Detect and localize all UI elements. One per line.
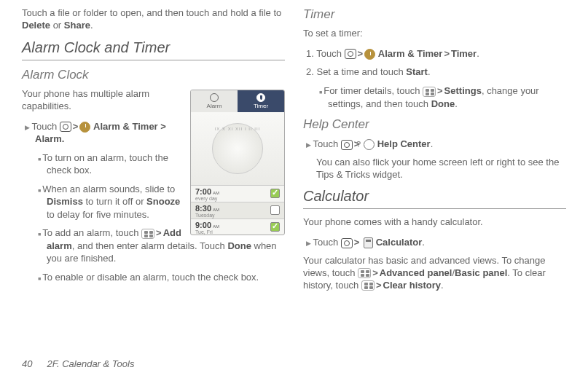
alarm-row: 9:00AMTue, Fri [191, 218, 284, 235]
checkbox-icon [270, 189, 280, 198]
basic-panel-label: Basic panel [455, 267, 507, 278]
t: Set a time and touch [314, 66, 406, 77]
checkbox-icon [270, 205, 280, 215]
menu-icon [358, 268, 371, 278]
t: Timer [254, 103, 268, 109]
section-label: 2F. Calendar & Tools [47, 358, 134, 369]
gt-icon: > [372, 267, 378, 278]
t: 8:30 [195, 204, 211, 213]
heading-help-center: Help Center [303, 117, 566, 132]
bullet: To enable or disable an alarm, touch the… [47, 271, 285, 284]
t: Alarm [207, 103, 222, 109]
share-label: Share [64, 20, 90, 31]
calc-desc: Your phone comes with a handy calculator… [303, 216, 566, 229]
heading-calculator: Calculator [303, 188, 566, 205]
alarm-list: 7:00AMevery day 8:30AMTuesday 9:00AMTue,… [191, 185, 284, 235]
gt-icon: > [358, 48, 364, 59]
launcher-icon [341, 140, 353, 150]
clear-history-label: Clear history [383, 280, 441, 291]
t: . [455, 98, 458, 109]
t: Touch a file or folder to open, and then… [22, 7, 281, 18]
nav-step: Touch > Help Center. [316, 138, 566, 151]
advanced-panel-label: Advanced panel [380, 267, 452, 278]
t: AM [213, 208, 219, 212]
clockface [212, 123, 263, 174]
t: AM [213, 191, 219, 195]
alarm-tab-icon [210, 93, 219, 102]
gt-icon: > [444, 48, 450, 59]
checkbox-icon [270, 222, 280, 232]
t: 1. [306, 48, 314, 59]
t: . [428, 66, 431, 77]
gt-icon: > [437, 85, 443, 96]
launcher-icon [345, 49, 356, 59]
t: every day [195, 196, 270, 201]
heading-alarm-timer: Alarm Clock and Timer [22, 39, 285, 56]
rule [303, 208, 566, 209]
gt-icon: > [156, 227, 162, 238]
help-icon [364, 139, 375, 150]
t: To add an alarm, touch [42, 227, 141, 238]
page-number: 40 [22, 358, 32, 369]
t: 2. [306, 66, 314, 77]
bullet: For timer details, touch >Settings, chan… [328, 84, 566, 110]
page-footer: 402F. Calendar & Tools [22, 358, 134, 369]
timer-intro: To set a timer: [303, 28, 566, 40]
t: When an alarm sounds, slide to [42, 184, 175, 194]
heading-alarm-clock: Alarm Clock [22, 68, 285, 82]
t: . [477, 48, 479, 59]
done-label: Done [227, 240, 251, 251]
t: Tuesday [195, 213, 270, 218]
t: Touch [32, 121, 60, 132]
dismiss-label: Dismiss [47, 196, 83, 207]
done-label: Done [431, 98, 455, 109]
t: AM [213, 224, 219, 229]
t: or [50, 20, 64, 31]
timer-label: Timer [451, 48, 477, 59]
t: . [441, 280, 444, 291]
snooze-label: Snooze [146, 196, 180, 207]
step-2: 2. Set a time and touch Start. [316, 66, 566, 79]
t: For timer details, touch [324, 85, 423, 96]
calculator-icon [364, 237, 373, 248]
delete-label: Delete [22, 20, 50, 31]
launcher-icon [341, 238, 353, 248]
t: to turn it off or [83, 196, 146, 207]
t: 7:00 [195, 187, 211, 196]
menu-icon [141, 229, 154, 239]
t: Touch [314, 48, 345, 59]
phone-figure: Alarm Timer 7:00AMevery day 8:30AMTuesda… [190, 90, 285, 239]
phone-tab-timer: Timer [238, 90, 284, 112]
t: . [90, 20, 93, 31]
t: Touch [313, 138, 341, 149]
menu-icon [423, 87, 436, 97]
nav-step: Touch > Calculator. [316, 236, 566, 249]
clockface-area [191, 112, 284, 185]
rule [22, 60, 285, 60]
settings-label: Settings [444, 85, 482, 96]
t: . [422, 237, 425, 248]
t: , and then enter alarm details. Touch [72, 240, 228, 251]
alarm-row: 8:30AMTuesday [191, 202, 284, 218]
calc-views: Your calculator has basic and advanced v… [303, 255, 566, 292]
launcher-icon [60, 122, 71, 132]
phone-tab-alarm: Alarm [191, 90, 238, 112]
t: . [431, 138, 434, 149]
alarm-timer-label: Alarm & Timer [378, 48, 443, 59]
intro-para: Touch a file or folder to open, and then… [22, 7, 285, 32]
t: Tue, Fri [195, 229, 270, 235]
t: Touch [313, 237, 341, 248]
clock-icon [79, 122, 90, 133]
heading-timer: Timer [303, 7, 566, 22]
menu-icon [361, 280, 375, 291]
help-center-label: Help Center [377, 138, 431, 149]
gt-icon: > [73, 121, 79, 132]
calculator-label: Calculator [376, 237, 423, 248]
alarm-row: 7:00AMevery day [191, 185, 284, 202]
t: 9:00 [195, 221, 211, 229]
phone-body: Alarm Timer 7:00AMevery day 8:30AMTuesda… [190, 90, 285, 235]
start-label: Start [406, 66, 428, 77]
gt-icon: > [354, 237, 360, 248]
timer-tab-icon [256, 93, 265, 102]
step-1: 1. Touch > Alarm & Timer>Timer. [316, 47, 566, 60]
